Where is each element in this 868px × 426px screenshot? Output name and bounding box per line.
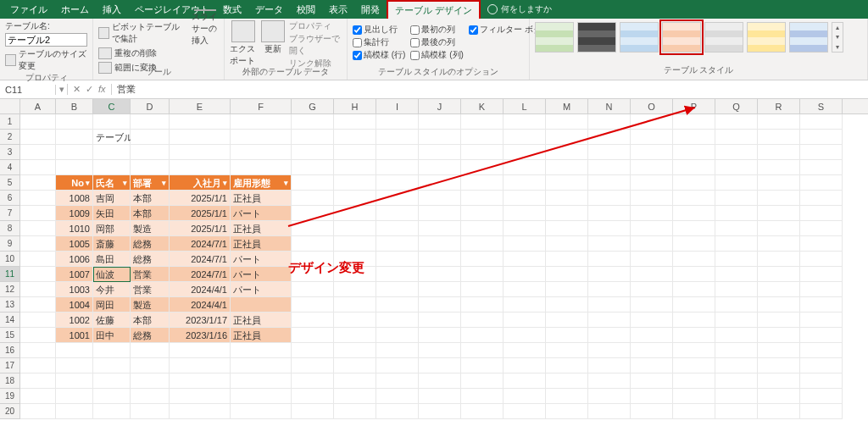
cell[interactable] — [20, 267, 56, 282]
cell[interactable] — [673, 145, 715, 160]
cell[interactable] — [334, 282, 376, 297]
cell[interactable] — [800, 389, 843, 404]
cell[interactable] — [419, 282, 461, 297]
cell[interactable] — [231, 404, 292, 419]
col-header[interactable]: M — [546, 99, 588, 113]
refresh-button[interactable]: 更新 — [259, 20, 286, 55]
cell[interactable] — [131, 404, 170, 419]
cell[interactable] — [56, 389, 93, 404]
cell[interactable] — [170, 160, 231, 175]
table-cell[interactable]: 岡田 — [93, 297, 131, 313]
cell[interactable] — [504, 343, 546, 358]
row-header[interactable]: 4 — [0, 160, 20, 175]
menu-開発[interactable]: 開発 — [354, 0, 387, 19]
cell[interactable] — [461, 267, 504, 282]
cell[interactable] — [131, 358, 170, 373]
filter-dropdown-icon[interactable]: ▾ — [86, 175, 90, 191]
table-cell[interactable]: 1007 — [56, 267, 93, 282]
cell[interactable] — [292, 389, 334, 404]
cell[interactable] — [56, 114, 93, 130]
cell[interactable] — [376, 404, 419, 419]
cell[interactable] — [631, 389, 673, 404]
cell[interactable] — [376, 145, 419, 160]
cell[interactable] — [546, 160, 588, 175]
cell[interactable] — [419, 373, 461, 389]
table-header-cell[interactable]: 入社月▾ — [170, 175, 231, 191]
cell[interactable] — [546, 191, 588, 206]
cell[interactable] — [461, 404, 504, 419]
row-header[interactable]: 6 — [0, 191, 20, 206]
cell[interactable] — [461, 145, 504, 160]
cell[interactable] — [758, 252, 800, 267]
cell[interactable] — [376, 267, 419, 282]
cell[interactable] — [673, 389, 715, 404]
cell[interactable] — [334, 358, 376, 373]
col-header[interactable]: R — [758, 99, 800, 113]
cell[interactable] — [546, 175, 588, 191]
cell[interactable] — [292, 206, 334, 221]
cell[interactable] — [673, 267, 715, 282]
cell[interactable] — [758, 114, 800, 130]
menu-数式[interactable]: 数式 — [216, 0, 248, 19]
cell[interactable] — [546, 252, 588, 267]
cell[interactable] — [715, 160, 758, 175]
cell[interactable] — [504, 328, 546, 343]
cell[interactable] — [376, 236, 419, 252]
cell[interactable] — [546, 297, 588, 313]
cell[interactable] — [800, 343, 843, 358]
cell[interactable] — [715, 373, 758, 389]
cell[interactable] — [504, 236, 546, 252]
cell[interactable] — [546, 206, 588, 221]
cell[interactable] — [334, 373, 376, 389]
cell[interactable] — [588, 267, 631, 282]
banded-cols-checkbox[interactable]: 縞模様 (列) — [410, 49, 463, 61]
cell[interactable] — [20, 130, 56, 145]
styles-more-button[interactable]: ▴▾▾ — [832, 22, 843, 53]
cell[interactable] — [334, 297, 376, 313]
row-header[interactable]: 15 — [0, 328, 20, 343]
table-cell[interactable]: 正社員 — [231, 221, 292, 236]
header-row-checkbox[interactable]: 見出し行 — [353, 24, 405, 36]
cell[interactable] — [673, 191, 715, 206]
cell[interactable] — [504, 282, 546, 297]
cell[interactable] — [419, 252, 461, 267]
table-cell[interactable]: 1001 — [56, 328, 93, 343]
cell[interactable] — [504, 175, 546, 191]
cell[interactable] — [758, 221, 800, 236]
first-col-checkbox[interactable]: 最初の列 — [410, 24, 463, 36]
table-cell[interactable]: パート — [231, 282, 292, 297]
cell[interactable] — [758, 175, 800, 191]
cell[interactable] — [758, 404, 800, 419]
cell[interactable] — [20, 358, 56, 373]
cell[interactable] — [93, 343, 131, 358]
cell[interactable] — [376, 206, 419, 221]
cell[interactable] — [800, 114, 843, 130]
cell[interactable] — [376, 358, 419, 373]
table-cell[interactable]: 1009 — [56, 206, 93, 221]
cell[interactable] — [419, 389, 461, 404]
cell[interactable] — [546, 130, 588, 145]
cell[interactable] — [631, 206, 673, 221]
table-cell[interactable]: 1005 — [56, 236, 93, 252]
cell[interactable] — [631, 373, 673, 389]
cell[interactable] — [588, 343, 631, 358]
cell[interactable] — [715, 343, 758, 358]
table-cell[interactable]: 仙波 — [93, 267, 131, 282]
cell[interactable] — [758, 130, 800, 145]
cell[interactable] — [419, 358, 461, 373]
cell[interactable] — [800, 313, 843, 328]
cell[interactable] — [20, 373, 56, 389]
cell[interactable] — [334, 343, 376, 358]
table-name-input[interactable] — [5, 33, 87, 47]
cell[interactable] — [20, 175, 56, 191]
cell[interactable] — [715, 404, 758, 419]
cell[interactable] — [673, 175, 715, 191]
cell[interactable] — [376, 343, 419, 358]
menu-ファイル[interactable]: ファイル — [3, 0, 54, 19]
table-cell[interactable]: パート — [231, 252, 292, 267]
table-cell[interactable]: 斎藤 — [93, 236, 131, 252]
cell[interactable] — [504, 252, 546, 267]
cell[interactable] — [170, 114, 231, 130]
table-cell[interactable]: パート — [231, 206, 292, 221]
cell[interactable] — [461, 160, 504, 175]
